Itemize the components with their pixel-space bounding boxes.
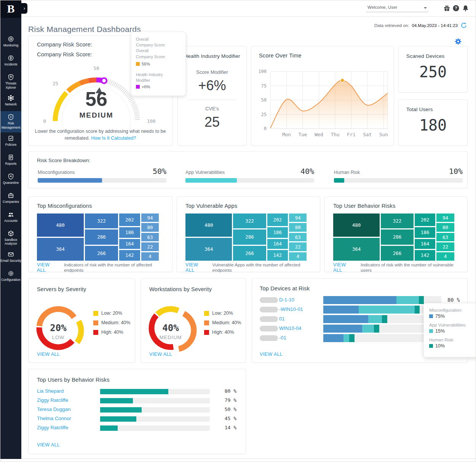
treemap-tile[interactable]: 286 (85, 229, 118, 244)
device-name-link[interactable]: D-1-10 (279, 297, 294, 303)
treemap-tile[interactable]: 266 (233, 246, 266, 261)
sidebar-item-policies[interactable]: Policies (0, 132, 21, 151)
treemap-tile[interactable]: 480 (185, 213, 232, 237)
treemap-tile[interactable]: 80 (436, 223, 454, 231)
sidebar-item-label: Configuration (0, 278, 21, 282)
treemap-tile[interactable]: 322 (85, 213, 118, 228)
view-all-link[interactable]: VIEW ALL (37, 262, 59, 273)
treemap-tile[interactable]: 164 (415, 239, 435, 249)
view-all-link[interactable]: VIEW ALL (185, 262, 207, 273)
treemap-tile[interactable]: 266 (381, 246, 414, 261)
user-name-link[interactable]: Ziggy Ratcliffe (37, 397, 68, 403)
treemap-tile[interactable]: 142 (119, 250, 140, 261)
treemap-tile[interactable]: 94 (289, 213, 307, 222)
view-all-link[interactable]: VIEW ALL (37, 352, 60, 357)
user-name-link[interactable]: Teresa Duggan (37, 406, 70, 412)
total-users-title: Total Users (406, 107, 433, 112)
treemap-tile[interactable]: 202 (267, 213, 288, 226)
incidents-icon (0, 55, 21, 62)
device-name-link[interactable]: -01 (279, 335, 286, 341)
treemap-tile[interactable]: 286 (233, 229, 266, 244)
device-risk-segment (368, 315, 382, 323)
sidebar-item-accounts[interactable]: Accounts (0, 209, 21, 228)
app-logo[interactable]: B (0, 0, 21, 18)
user-menu[interactable]: Welcome, User (366, 3, 428, 12)
sidebar-item-risk-management[interactable]: Risk Management (0, 111, 21, 132)
treemap-tile[interactable]: 480 (333, 213, 380, 237)
treemap-tile[interactable]: 322 (381, 213, 414, 228)
treemap-tile[interactable]: 364 (37, 238, 84, 261)
user-name-link[interactable]: Lia Shepard (37, 388, 64, 394)
treemap-tile[interactable]: 202 (119, 213, 140, 226)
treemap-tile[interactable]: 22 (289, 242, 307, 251)
treemap-tile[interactable]: 22 (141, 242, 159, 251)
treemap-tile[interactable]: 322 (233, 213, 266, 228)
treemap-tile[interactable]: 186 (267, 227, 288, 238)
treemap-tile[interactable]: 142 (267, 250, 288, 261)
treemap-tile[interactable]: 80 (289, 223, 307, 231)
sidebar-item-email-security[interactable]: Email Security (0, 249, 21, 268)
sidebar-item-companies[interactable]: Companies (0, 190, 21, 209)
device-risk-segment (419, 296, 424, 304)
treemap-tile[interactable]: 164 (119, 239, 140, 249)
treemap-tile[interactable]: 80 (141, 223, 159, 231)
treemap-tile[interactable]: 4 (141, 252, 159, 261)
treemap-tile[interactable]: 63 (289, 233, 307, 241)
bell-icon[interactable] (462, 5, 470, 12)
legend-label: Medium: 40% (101, 320, 130, 325)
data-retrieved-value: 04.May.2023 - 14:41:23 (412, 23, 458, 28)
company-risk-score-label: Company Risk Score: (37, 41, 92, 48)
sidebar-item-threats-xplorer[interactable]: Threats Xplorer (0, 71, 21, 92)
svg-text:Sat: Sat (363, 132, 372, 137)
treemap-tile[interactable]: 4 (436, 252, 454, 261)
treemap-tile[interactable]: 202 (415, 213, 435, 226)
user-risk-pct: 14 % (214, 425, 236, 430)
view-all-link[interactable]: VIEW ALL (333, 262, 355, 273)
score-modifier-label: Score Modifier (178, 69, 246, 75)
sidebar-item-monitoring[interactable]: Monitoring (0, 33, 21, 52)
user-name-link[interactable]: Thelma Connor (37, 416, 71, 421)
treemap-tile[interactable]: 94 (141, 213, 159, 222)
view-all-link[interactable]: VIEW ALL (37, 442, 60, 448)
how-calculated-link[interactable]: How Is It Calculated? (91, 135, 136, 141)
treemap-tile[interactable]: 266 (85, 246, 118, 261)
breakdown-app-vulnerabilities: App Vulnerabilities 40% (185, 151, 314, 188)
user-risk-fill (100, 398, 133, 403)
sidebar-item-incidents[interactable]: Incidents (0, 52, 21, 71)
device-name-link[interactable]: WIN10-04 (279, 325, 302, 331)
treemap-tile[interactable]: 364 (185, 238, 232, 261)
treemap-tile[interactable]: 94 (436, 213, 454, 222)
sidebar-expand-chevron[interactable]: › (21, 3, 27, 14)
sidebar-item-reports[interactable]: Reports (0, 151, 21, 170)
sidebar-item-network[interactable]: Network (0, 92, 21, 111)
treemap-tile[interactable]: 142 (415, 250, 435, 261)
treemap-tile[interactable]: 286 (381, 229, 414, 244)
treemap-tile[interactable]: 480 (37, 213, 84, 237)
device-risk-segment (362, 325, 374, 333)
view-all-link[interactable]: VIEW ALL (260, 352, 283, 357)
sidebar-item-configuration[interactable]: Configuration (0, 268, 21, 287)
legend-swatch (204, 311, 209, 316)
sidebar-item-label: Monitoring (0, 43, 21, 48)
user-name-link[interactable]: Ziggy Ratcliffe (37, 425, 68, 430)
treemap-tile[interactable]: 4 (289, 252, 307, 261)
treemap-tile[interactable]: 186 (415, 227, 435, 238)
treemap-tile[interactable]: 186 (119, 227, 140, 238)
help-icon[interactable]: ? (452, 5, 460, 12)
top-devices-at-risk-card: Top Devices at Risk D-1-1080 %-WIN10-010… (252, 278, 468, 363)
treemap-tile[interactable]: 364 (333, 238, 380, 261)
gift-icon[interactable] (443, 5, 451, 12)
treemap-column: 480364 (185, 213, 232, 261)
treemap-tile[interactable]: 63 (436, 233, 454, 241)
treemap-tile[interactable]: 63 (141, 233, 159, 241)
scanned-devices-value: 250 (399, 63, 467, 81)
treemap-tile[interactable]: 22 (436, 242, 454, 251)
sidebar-item-sandbox-analyzer[interactable]: Sandbox Analyzer (0, 228, 21, 249)
device-name-link[interactable]: 01 (279, 316, 284, 322)
sidebar-item-quarantine[interactable]: Quarantine (0, 170, 21, 190)
treemap-tile[interactable]: 164 (267, 239, 288, 249)
settings-gear-icon[interactable] (455, 38, 462, 45)
view-all-link[interactable]: VIEW ALL (149, 352, 172, 357)
device-name-link[interactable]: -WIN10-01 (279, 306, 303, 312)
refresh-icon[interactable] (460, 22, 467, 29)
